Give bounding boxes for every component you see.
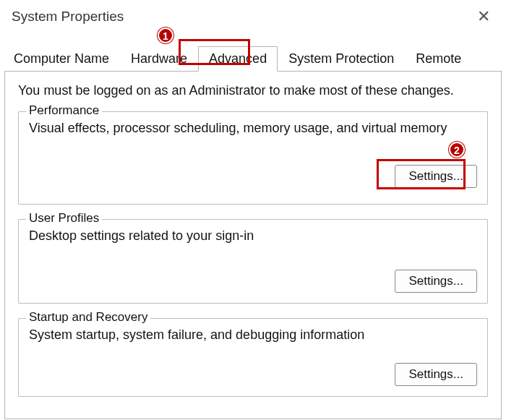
group-performance: Performance Visual effects, processor sc… [18,111,488,205]
group-user-profiles: User Profiles Desktop settings related t… [18,219,488,304]
admin-message: You must be logged on as an Administrato… [18,83,488,98]
user-profiles-settings-button[interactable]: Settings... [395,270,477,293]
button-row-startup: Settings... [29,363,477,386]
tab-remote[interactable]: Remote [405,46,472,71]
panel-advanced: You must be logged on as an Administrato… [4,71,502,419]
desc-performance: Visual effects, processor scheduling, me… [29,121,477,136]
desc-startup-recovery: System startup, system failure, and debu… [29,327,477,343]
tab-advanced[interactable]: Advanced [198,46,278,72]
tab-hardware[interactable]: Hardware [120,46,198,71]
button-row-user-profiles: Settings... [29,270,477,293]
titlebar: System Properties ✕ [0,0,506,36]
legend-startup-recovery: Startup and Recovery [26,310,150,325]
tab-strip: Computer Name Hardware Advanced System P… [0,46,506,71]
desc-user-profiles: Desktop settings related to your sign-in [29,228,477,244]
window-title: System Properties [12,9,124,25]
close-icon[interactable]: ✕ [470,4,497,29]
tab-system-protection[interactable]: System Protection [278,46,405,71]
group-startup-recovery: Startup and Recovery System startup, sys… [18,318,488,397]
performance-settings-button[interactable]: Settings... [395,165,477,188]
legend-user-profiles: User Profiles [26,211,102,226]
legend-performance: Performance [26,103,102,118]
button-row-performance: Settings... [29,165,477,188]
tab-computer-name[interactable]: Computer Name [3,46,120,71]
startup-settings-button[interactable]: Settings... [395,363,477,386]
